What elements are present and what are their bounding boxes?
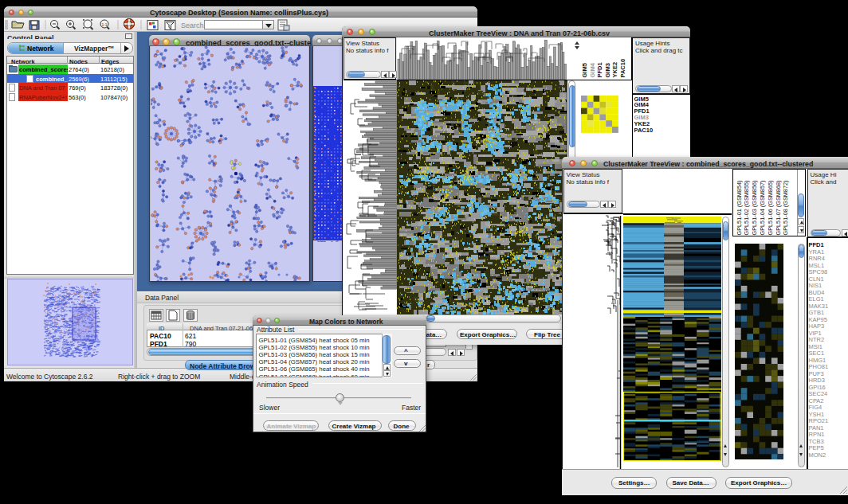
svg-text:1:1: 1:1 [102,22,108,27]
